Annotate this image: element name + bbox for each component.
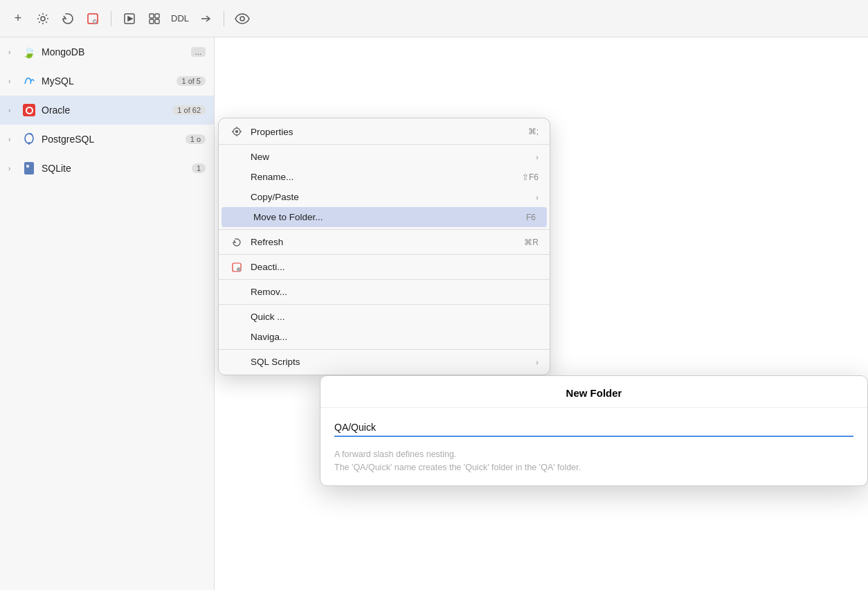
svg-rect-13 xyxy=(24,162,34,175)
menu-item-move[interactable]: Move to Folder... F6 xyxy=(221,207,547,227)
separator-5 xyxy=(219,304,550,305)
add-icon[interactable]: + xyxy=(10,10,26,27)
new-label: New xyxy=(251,152,529,162)
dialog-title: New Folder xyxy=(320,376,867,408)
remove-label: Remov... xyxy=(251,287,539,297)
properties-icon xyxy=(230,126,244,137)
grid-icon[interactable] xyxy=(146,10,163,27)
menu-item-deactivate[interactable]: Deacti... xyxy=(219,257,550,277)
menu-item-navigate[interactable]: Naviga... xyxy=(219,327,550,347)
rename-shortcut: ⇧F6 xyxy=(522,172,539,182)
toolbar-divider-1 xyxy=(111,11,111,26)
menu-item-sqlscripts[interactable]: SQL Scripts › xyxy=(219,352,550,372)
sqlscripts-arrow: › xyxy=(536,358,539,366)
dialog-hint: A forward slash defines nesting. The 'QA… xyxy=(320,444,867,485)
menu-item-quick[interactable]: Quick ... xyxy=(219,307,550,327)
svg-point-0 xyxy=(41,17,45,21)
hint-line1: A forward slash defines nesting. xyxy=(334,449,457,459)
sidebar: › 🍃 MongoDB ... › MySQL 1 of 5 › Oracle … xyxy=(0,37,215,590)
refresh-shortcut: ⌘R xyxy=(524,238,539,247)
svg-marker-4 xyxy=(128,17,132,21)
sidebar-item-oracle[interactable]: › Oracle 1 of 62 xyxy=(0,96,214,125)
sidebar-item-sqlite[interactable]: › SQLite 1 xyxy=(0,154,214,183)
mongodb-icon: 🍃 xyxy=(22,45,36,59)
svg-point-16 xyxy=(236,131,238,133)
new-folder-dialog: New Folder A forward slash defines nesti… xyxy=(320,375,868,486)
hint-line2: The 'QA/Quick' name creates the 'Quick' … xyxy=(334,463,581,472)
oracle-icon xyxy=(22,103,36,117)
postgresql-label: PostgreSQL xyxy=(42,134,180,145)
toolbar: + DDL xyxy=(0,0,868,37)
toolbar-divider-2 xyxy=(224,11,224,26)
sidebar-item-mongodb[interactable]: › 🍃 MongoDB ... xyxy=(0,37,214,66)
settings-icon[interactable] xyxy=(35,10,51,27)
rename-label: Rename... xyxy=(251,172,515,182)
dialog-input-row xyxy=(320,408,867,444)
mysql-icon xyxy=(22,74,36,88)
svg-rect-7 xyxy=(150,19,154,24)
mysql-label: MySQL xyxy=(42,75,171,87)
chevron-icon: › xyxy=(8,107,17,114)
chevron-icon: › xyxy=(8,165,17,172)
sqlite-badge: 1 xyxy=(192,163,206,173)
separator-6 xyxy=(219,349,550,350)
eye-icon[interactable] xyxy=(234,10,251,27)
chevron-icon: › xyxy=(8,78,17,85)
postgresql-icon xyxy=(22,132,36,146)
folder-name-input[interactable] xyxy=(334,419,853,437)
menu-item-rename[interactable]: Rename... ⇧F6 xyxy=(219,167,550,187)
mysql-badge: 1 of 5 xyxy=(177,76,206,86)
copypaste-arrow: › xyxy=(536,193,539,202)
refresh-label: Refresh xyxy=(251,237,517,247)
svg-point-2 xyxy=(93,19,97,24)
oracle-label: Oracle xyxy=(42,105,167,116)
menu-item-new[interactable]: New › xyxy=(219,147,550,167)
svg-point-10 xyxy=(240,17,244,21)
mongodb-label: MongoDB xyxy=(42,46,186,57)
separator-4 xyxy=(219,279,550,280)
menu-item-properties[interactable]: Properties ⌘; xyxy=(219,121,550,142)
menu-item-copypaste[interactable]: Copy/Paste › xyxy=(219,187,550,207)
deactivate-label: Deacti... xyxy=(251,262,539,272)
menu-item-remove[interactable]: Remov... xyxy=(219,282,550,302)
run-icon[interactable] xyxy=(121,10,138,27)
sidebar-item-postgresql[interactable]: › PostgreSQL 1 o xyxy=(0,125,214,154)
arrow-icon[interactable] xyxy=(197,10,214,27)
svg-rect-5 xyxy=(150,14,154,18)
svg-rect-14 xyxy=(26,165,29,168)
svg-point-18 xyxy=(237,267,241,271)
new-arrow: › xyxy=(536,153,539,161)
sqlite-label: SQLite xyxy=(42,163,186,174)
properties-shortcut: ⌘; xyxy=(528,127,539,136)
separator-1 xyxy=(219,144,550,145)
menu-item-refresh[interactable]: Refresh ⌘R xyxy=(219,232,550,252)
oracle-badge: 1 of 62 xyxy=(172,105,206,115)
chevron-icon: › xyxy=(8,48,17,56)
ddl-label[interactable]: DDL xyxy=(171,13,189,24)
context-menu: Properties ⌘; New › Rename... ⇧F6 Copy/P… xyxy=(218,118,550,375)
refresh-icon xyxy=(230,238,244,247)
sqlite-icon xyxy=(22,161,36,175)
postgresql-badge: 1 o xyxy=(186,134,206,144)
properties-label: Properties xyxy=(251,127,521,137)
chevron-icon: › xyxy=(8,136,17,143)
svg-rect-8 xyxy=(155,19,159,24)
mongodb-badge: ... xyxy=(191,47,206,57)
separator-2 xyxy=(219,229,550,230)
refresh-icon[interactable] xyxy=(60,10,76,27)
navigate-label: Naviga... xyxy=(251,332,539,342)
move-label: Move to Folder... xyxy=(253,212,519,222)
svg-rect-6 xyxy=(155,14,159,18)
deactivate-icon[interactable] xyxy=(84,10,101,27)
quick-label: Quick ... xyxy=(251,312,539,322)
sidebar-item-mysql[interactable]: › MySQL 1 of 5 xyxy=(0,66,214,96)
sqlscripts-label: SQL Scripts xyxy=(251,357,529,367)
move-shortcut: F6 xyxy=(526,213,536,222)
separator-3 xyxy=(219,254,550,255)
deactivate-icon xyxy=(230,262,244,272)
copypaste-label: Copy/Paste xyxy=(251,192,529,202)
